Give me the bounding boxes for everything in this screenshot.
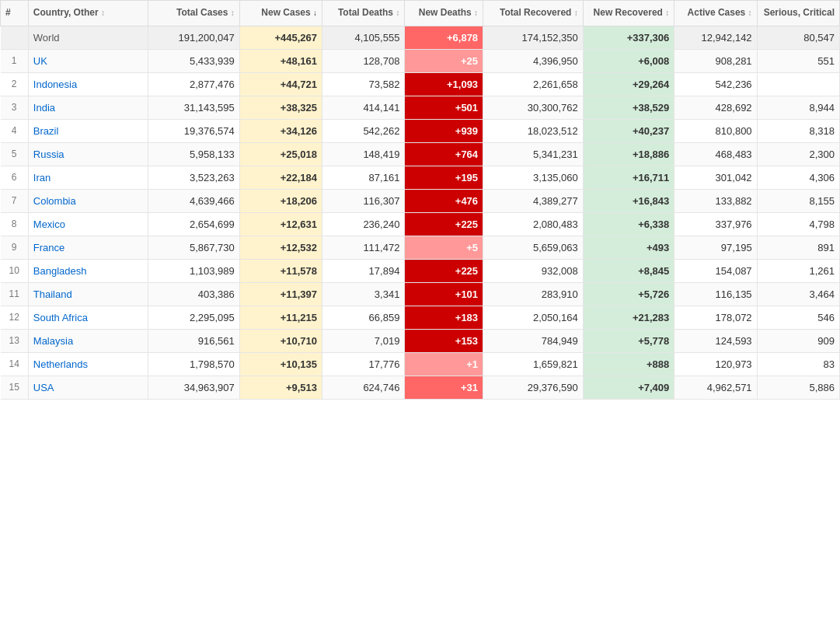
row-total-recovered: 283,910 <box>483 282 584 306</box>
country-link[interactable]: Thailand <box>33 288 72 300</box>
country-link[interactable]: Russia <box>33 149 64 160</box>
row-country: Malaysia <box>28 329 148 352</box>
country-link[interactable]: Indonesia <box>33 79 77 90</box>
row-serious: 4,798 <box>757 212 839 236</box>
country-link[interactable]: USA <box>33 382 54 393</box>
row-total-recovered: 2,080,483 <box>483 212 584 236</box>
row-total-cases: 31,143,595 <box>148 96 240 119</box>
table-row: 12 South Africa 2,295,095 +11,215 66,859… <box>1 306 840 329</box>
col-header-serious[interactable]: Serious, Critical <box>757 1 839 26</box>
row-num: 13 <box>1 329 29 352</box>
row-total-cases: 2,654,699 <box>148 212 240 236</box>
country-link[interactable]: UK <box>33 55 47 67</box>
row-num: 12 <box>1 306 29 329</box>
row-total-cases: 5,958,133 <box>148 142 240 166</box>
col-header-new-deaths[interactable]: New Deaths ↕ <box>405 1 483 26</box>
country-link[interactable]: Bangladesh <box>33 265 87 277</box>
row-active-cases: 116,135 <box>674 282 757 306</box>
sort-icon-new-deaths: ↕ <box>474 8 478 18</box>
country-link[interactable]: France <box>33 242 64 253</box>
row-serious: 5,886 <box>757 376 839 399</box>
row-num: 14 <box>1 352 29 376</box>
row-country: Brazil <box>28 119 148 142</box>
col-header-num[interactable]: # <box>1 1 29 26</box>
row-num: 11 <box>1 282 29 306</box>
row-country: Mexico <box>28 212 148 236</box>
row-total-recovered: 1,659,821 <box>483 352 584 376</box>
row-total-cases: 1,798,570 <box>148 352 240 376</box>
row-num: 7 <box>1 189 29 212</box>
row-new-recovered: +38,529 <box>583 96 674 119</box>
col-header-active-cases[interactable]: Active Cases ↕ <box>674 1 757 26</box>
country-link[interactable]: Netherlands <box>33 358 88 370</box>
row-num: 1 <box>1 49 29 72</box>
row-country: France <box>28 236 148 259</box>
col-header-total-cases[interactable]: Total Cases ↕ <box>148 1 240 26</box>
row-total-cases: 1,103,989 <box>148 259 240 282</box>
table-row: 13 Malaysia 916,561 +10,710 7,019 +153 7… <box>1 329 840 352</box>
row-serious: 8,155 <box>757 189 839 212</box>
row-new-deaths: +225 <box>405 259 483 282</box>
row-total-cases: 403,386 <box>148 282 240 306</box>
row-num: 15 <box>1 376 29 399</box>
row-num: 8 <box>1 212 29 236</box>
row-active-cases: 468,483 <box>674 142 757 166</box>
country-link[interactable]: Mexico <box>33 218 65 230</box>
row-total-recovered: 29,376,590 <box>483 376 584 399</box>
row-active-cases: 133,882 <box>674 189 757 212</box>
sort-icon-total-deaths: ↕ <box>396 8 399 18</box>
col-header-country[interactable]: Country, Other ↕ <box>28 1 148 26</box>
row-new-cases: +11,215 <box>239 306 322 329</box>
row-total-deaths: 73,582 <box>322 72 405 96</box>
row-new-recovered: +888 <box>583 352 674 376</box>
row-serious: 1,261 <box>757 259 839 282</box>
row-num: 9 <box>1 236 29 259</box>
col-header-total-recovered[interactable]: Total Recovered ↕ <box>483 1 584 26</box>
country-link[interactable]: Brazil <box>33 125 59 137</box>
row-new-cases: +10,710 <box>239 329 322 352</box>
row-new-cases: +44,721 <box>239 72 322 96</box>
world-row: World 191,200,047 +445,267 4,105,555 +6,… <box>1 26 840 49</box>
row-new-recovered: +29,264 <box>583 72 674 96</box>
row-country: Iran <box>28 166 148 189</box>
sort-icon-active-cases: ↕ <box>748 8 752 18</box>
col-header-total-deaths[interactable]: Total Deaths ↕ <box>322 1 405 26</box>
row-total-deaths: 66,859 <box>322 306 405 329</box>
col-header-new-recovered[interactable]: New Recovered ↕ <box>583 1 674 26</box>
row-total-deaths: 128,708 <box>322 49 405 72</box>
world-total-cases: 191,200,047 <box>148 26 240 49</box>
row-new-cases: +18,206 <box>239 189 322 212</box>
row-total-deaths: 111,472 <box>322 236 405 259</box>
world-serious: 80,547 <box>757 26 839 49</box>
row-total-cases: 34,963,907 <box>148 376 240 399</box>
row-serious: 8,944 <box>757 96 839 119</box>
table-row: 4 Brazil 19,376,574 +34,126 542,262 +939… <box>1 119 840 142</box>
row-num: 3 <box>1 96 29 119</box>
row-country: UK <box>28 49 148 72</box>
country-link[interactable]: India <box>33 102 55 114</box>
row-new-cases: +11,397 <box>239 282 322 306</box>
row-new-deaths: +764 <box>405 142 483 166</box>
row-new-recovered: +7,409 <box>583 376 674 399</box>
country-link[interactable]: South Africa <box>33 312 88 323</box>
row-total-deaths: 414,141 <box>322 96 405 119</box>
country-link[interactable]: Iran <box>33 172 51 183</box>
row-new-cases: +38,325 <box>239 96 322 119</box>
country-link[interactable]: Malaysia <box>33 335 73 347</box>
row-new-deaths: +476 <box>405 189 483 212</box>
table-row: 9 France 5,867,730 +12,532 111,472 +5 5,… <box>1 236 840 259</box>
row-new-recovered: +5,726 <box>583 282 674 306</box>
sort-icon-total-cases: ↕ <box>231 8 235 18</box>
table-row: 11 Thailand 403,386 +11,397 3,341 +101 2… <box>1 282 840 306</box>
row-new-cases: +48,161 <box>239 49 322 72</box>
world-active-cases: 12,942,142 <box>674 26 757 49</box>
world-new-recovered: +337,306 <box>583 26 674 49</box>
row-total-cases: 3,523,263 <box>148 166 240 189</box>
country-link[interactable]: Colombia <box>33 195 76 207</box>
col-header-new-cases[interactable]: New Cases ↓ <box>239 1 322 26</box>
row-new-deaths: +1,093 <box>405 72 483 96</box>
row-total-cases: 4,639,466 <box>148 189 240 212</box>
row-new-recovered: +6,008 <box>583 49 674 72</box>
row-new-cases: +9,513 <box>239 376 322 399</box>
row-total-recovered: 30,300,762 <box>483 96 584 119</box>
